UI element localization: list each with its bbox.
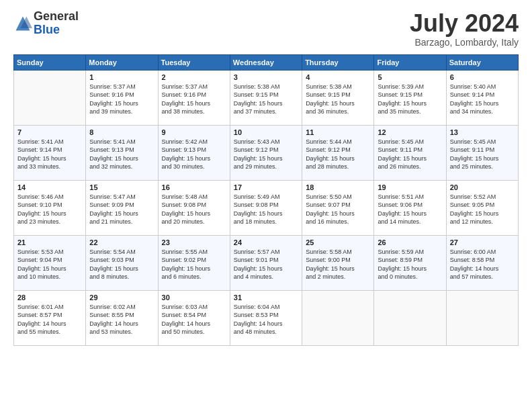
calendar-cell: 3Sunrise: 5:38 AMSunset: 9:15 PMDaylight…: [230, 70, 302, 125]
col-header-monday: Monday: [86, 54, 158, 70]
logo-blue: Blue: [34, 23, 60, 36]
calendar-cell: 8Sunrise: 5:41 AMSunset: 9:13 PMDaylight…: [86, 125, 158, 180]
cell-content: Sunrise: 5:38 AMSunset: 9:15 PMDaylight:…: [306, 83, 370, 116]
calendar-cell: 10Sunrise: 5:43 AMSunset: 9:12 PMDayligh…: [230, 125, 302, 180]
cell-content: Sunrise: 5:43 AMSunset: 9:12 PMDaylight:…: [234, 138, 298, 171]
calendar-cell: 1Sunrise: 5:37 AMSunset: 9:16 PMDaylight…: [86, 70, 158, 125]
day-number: 8: [89, 128, 154, 136]
cell-content: Sunrise: 5:39 AMSunset: 9:15 PMDaylight:…: [378, 83, 442, 116]
cell-content: Sunrise: 5:54 AMSunset: 9:03 PMDaylight:…: [89, 248, 154, 281]
week-row-2: 7Sunrise: 5:41 AMSunset: 9:14 PMDaylight…: [14, 125, 519, 180]
day-number: 6: [450, 73, 515, 81]
col-header-thursday: Thursday: [302, 54, 374, 70]
day-number: 25: [306, 238, 370, 246]
cell-content: Sunrise: 5:48 AMSunset: 9:08 PMDaylight:…: [162, 193, 226, 226]
calendar-cell: 18Sunrise: 5:50 AMSunset: 9:07 PMDayligh…: [302, 180, 374, 235]
day-number: 13: [450, 128, 515, 136]
logo-general: General: [34, 9, 79, 23]
col-header-saturday: Saturday: [446, 54, 518, 70]
calendar-cell: 7Sunrise: 5:41 AMSunset: 9:14 PMDaylight…: [14, 125, 86, 180]
logo-icon: [13, 14, 32, 33]
calendar-cell: 20Sunrise: 5:52 AMSunset: 9:05 PMDayligh…: [446, 180, 518, 235]
day-number: 7: [17, 128, 82, 136]
day-number: 9: [162, 128, 226, 136]
day-number: 2: [162, 73, 226, 81]
day-number: 20: [450, 183, 515, 191]
calendar-cell: [446, 290, 518, 345]
calendar-page: General Blue July 2024 Barzago, Lombardy…: [0, 0, 532, 353]
month-title: July 2024: [410, 10, 519, 37]
cell-content: Sunrise: 6:01 AMSunset: 8:57 PMDaylight:…: [17, 303, 82, 336]
day-number: 28: [17, 293, 82, 302]
day-number: 1: [89, 73, 154, 81]
calendar-cell: 30Sunrise: 6:03 AMSunset: 8:54 PMDayligh…: [158, 290, 230, 345]
calendar-cell: 19Sunrise: 5:51 AMSunset: 9:06 PMDayligh…: [374, 180, 446, 235]
cell-content: Sunrise: 5:52 AMSunset: 9:05 PMDaylight:…: [450, 193, 515, 226]
cell-content: Sunrise: 5:41 AMSunset: 9:14 PMDaylight:…: [17, 138, 82, 171]
cell-content: Sunrise: 5:53 AMSunset: 9:04 PMDaylight:…: [17, 248, 82, 281]
calendar-cell: 9Sunrise: 5:42 AMSunset: 9:13 PMDaylight…: [158, 125, 230, 180]
day-number: 30: [162, 293, 226, 302]
cell-content: Sunrise: 5:47 AMSunset: 9:09 PMDaylight:…: [89, 193, 154, 226]
calendar-cell: 24Sunrise: 5:57 AMSunset: 9:01 PMDayligh…: [230, 235, 302, 290]
calendar-cell: 11Sunrise: 5:44 AMSunset: 9:12 PMDayligh…: [302, 125, 374, 180]
day-number: 17: [234, 183, 298, 191]
calendar-cell: 28Sunrise: 6:01 AMSunset: 8:57 PMDayligh…: [14, 290, 86, 345]
day-number: 26: [378, 238, 442, 246]
cell-content: Sunrise: 6:04 AMSunset: 8:53 PMDaylight:…: [234, 303, 298, 336]
col-header-friday: Friday: [374, 54, 446, 70]
header-row: SundayMondayTuesdayWednesdayThursdayFrid…: [14, 54, 519, 70]
day-number: 10: [234, 128, 298, 136]
calendar-cell: 31Sunrise: 6:04 AMSunset: 8:53 PMDayligh…: [230, 290, 302, 345]
day-number: 3: [234, 73, 298, 81]
calendar-cell: 5Sunrise: 5:39 AMSunset: 9:15 PMDaylight…: [374, 70, 446, 125]
week-row-5: 28Sunrise: 6:01 AMSunset: 8:57 PMDayligh…: [14, 290, 519, 345]
day-number: 18: [306, 183, 370, 191]
calendar-cell: [374, 290, 446, 345]
logo-text: General Blue: [34, 10, 79, 37]
calendar-cell: [302, 290, 374, 345]
calendar-cell: 25Sunrise: 5:58 AMSunset: 9:00 PMDayligh…: [302, 235, 374, 290]
day-number: 24: [234, 238, 298, 246]
day-number: 19: [378, 183, 442, 191]
day-number: 16: [162, 183, 226, 191]
calendar-cell: 15Sunrise: 5:47 AMSunset: 9:09 PMDayligh…: [86, 180, 158, 235]
calendar-cell: 17Sunrise: 5:49 AMSunset: 9:08 PMDayligh…: [230, 180, 302, 235]
week-row-4: 21Sunrise: 5:53 AMSunset: 9:04 PMDayligh…: [14, 235, 519, 290]
week-row-3: 14Sunrise: 5:46 AMSunset: 9:10 PMDayligh…: [14, 180, 519, 235]
cell-content: Sunrise: 6:02 AMSunset: 8:55 PMDaylight:…: [89, 303, 154, 336]
location: Barzago, Lombardy, Italy: [410, 37, 519, 48]
cell-content: Sunrise: 5:59 AMSunset: 8:59 PMDaylight:…: [378, 248, 442, 281]
cell-content: Sunrise: 5:55 AMSunset: 9:02 PMDaylight:…: [162, 248, 226, 281]
day-number: 15: [89, 183, 154, 191]
day-number: 23: [162, 238, 226, 246]
cell-content: Sunrise: 5:46 AMSunset: 9:10 PMDaylight:…: [17, 193, 82, 226]
cell-content: Sunrise: 5:41 AMSunset: 9:13 PMDaylight:…: [89, 138, 154, 171]
cell-content: Sunrise: 5:49 AMSunset: 9:08 PMDaylight:…: [234, 193, 298, 226]
col-header-wednesday: Wednesday: [230, 54, 302, 70]
calendar-cell: [14, 70, 86, 125]
col-header-sunday: Sunday: [14, 54, 86, 70]
calendar-cell: 26Sunrise: 5:59 AMSunset: 8:59 PMDayligh…: [374, 235, 446, 290]
calendar-cell: 21Sunrise: 5:53 AMSunset: 9:04 PMDayligh…: [14, 235, 86, 290]
cell-content: Sunrise: 5:37 AMSunset: 9:16 PMDaylight:…: [89, 83, 154, 116]
calendar-cell: 12Sunrise: 5:45 AMSunset: 9:11 PMDayligh…: [374, 125, 446, 180]
calendar-cell: 29Sunrise: 6:02 AMSunset: 8:55 PMDayligh…: [86, 290, 158, 345]
day-number: 11: [306, 128, 370, 136]
title-block: July 2024 Barzago, Lombardy, Italy: [410, 10, 519, 48]
calendar-cell: 16Sunrise: 5:48 AMSunset: 9:08 PMDayligh…: [158, 180, 230, 235]
cell-content: Sunrise: 5:45 AMSunset: 9:11 PMDaylight:…: [378, 138, 442, 171]
calendar-cell: 6Sunrise: 5:40 AMSunset: 9:14 PMDaylight…: [446, 70, 518, 125]
calendar-cell: 4Sunrise: 5:38 AMSunset: 9:15 PMDaylight…: [302, 70, 374, 125]
logo: General Blue: [13, 10, 79, 37]
day-number: 5: [378, 73, 442, 81]
cell-content: Sunrise: 5:58 AMSunset: 9:00 PMDaylight:…: [306, 248, 370, 281]
day-number: 12: [378, 128, 442, 136]
day-number: 29: [89, 293, 154, 302]
calendar-table: SundayMondayTuesdayWednesdayThursdayFrid…: [13, 54, 519, 346]
cell-content: Sunrise: 5:50 AMSunset: 9:07 PMDaylight:…: [306, 193, 370, 226]
calendar-cell: 14Sunrise: 5:46 AMSunset: 9:10 PMDayligh…: [14, 180, 86, 235]
cell-content: Sunrise: 5:40 AMSunset: 9:14 PMDaylight:…: [450, 83, 515, 116]
cell-content: Sunrise: 6:00 AMSunset: 8:58 PMDaylight:…: [450, 248, 515, 281]
calendar-cell: 13Sunrise: 5:45 AMSunset: 9:11 PMDayligh…: [446, 125, 518, 180]
